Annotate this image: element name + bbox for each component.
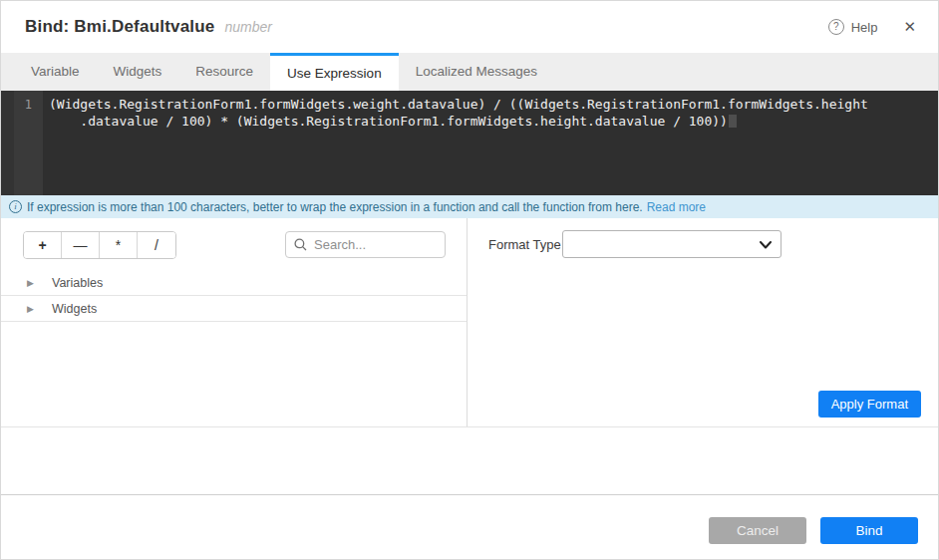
chevron-down-icon bbox=[760, 241, 772, 249]
code-line-2-text: .datavalue / 100) * (Widgets.Registratio… bbox=[49, 114, 728, 129]
tree-item-label: Variables bbox=[52, 276, 103, 290]
binding-tree: ▶ Variables ▶ Widgets bbox=[1, 270, 467, 322]
tree-item-widgets[interactable]: ▶ Widgets bbox=[1, 296, 467, 322]
editor-gutter: 1 bbox=[1, 91, 43, 195]
expression-editor[interactable]: 1 (Widgets.RegistrationForm1.formWidgets… bbox=[1, 91, 938, 195]
operator-multiply-button[interactable]: * bbox=[100, 232, 138, 258]
tab-widgets[interactable]: Widgets bbox=[97, 53, 179, 91]
info-bar: i If expression is more than 100 charact… bbox=[1, 195, 938, 218]
tab-localized-messages[interactable]: Localized Messages bbox=[399, 53, 554, 91]
dialog-title: Bind: Bmi.Defaultvalue bbox=[25, 17, 214, 37]
tab-variable[interactable]: Variable bbox=[14, 53, 97, 91]
help-button[interactable]: ? Help bbox=[828, 19, 878, 35]
operator-button-group: + — * / bbox=[23, 231, 176, 259]
help-label: Help bbox=[851, 20, 878, 35]
info-icon: i bbox=[9, 200, 22, 213]
search-icon bbox=[294, 238, 307, 251]
format-panel: Format Type Apply Format bbox=[469, 218, 938, 426]
read-more-link[interactable]: Read more bbox=[647, 200, 706, 214]
operator-divide-button[interactable]: / bbox=[138, 232, 175, 258]
operator-minus-button[interactable]: — bbox=[62, 232, 100, 258]
bind-dialog: Bind: Bmi.Defaultvalue number ? Help ✕ V… bbox=[0, 0, 939, 560]
main-area: + — * / ▶ Variables ▶ Widgets bbox=[1, 218, 938, 427]
tab-use-expression[interactable]: Use Expression bbox=[270, 53, 399, 91]
format-type-label: Format Type bbox=[488, 231, 561, 259]
info-message: If expression is more than 100 character… bbox=[27, 200, 643, 214]
cancel-button[interactable]: Cancel bbox=[709, 517, 806, 544]
search-box bbox=[285, 231, 446, 258]
dialog-subtitle-type: number bbox=[224, 19, 271, 35]
bind-button[interactable]: Bind bbox=[820, 517, 918, 544]
dialog-header: Bind: Bmi.Defaultvalue number ? Help ✕ bbox=[1, 1, 938, 53]
code-line-2: .datavalue / 100) * (Widgets.Registratio… bbox=[49, 114, 928, 131]
tab-bar: Variable Widgets Resource Use Expression… bbox=[1, 53, 938, 91]
caret-right-icon[interactable]: ▶ bbox=[27, 304, 37, 314]
format-type-select[interactable] bbox=[562, 230, 782, 258]
caret-right-icon[interactable]: ▶ bbox=[27, 278, 37, 288]
expression-builder-panel: + — * / ▶ Variables ▶ Widgets bbox=[1, 218, 468, 426]
code-line-1: (Widgets.RegistrationForm1.formWidgets.w… bbox=[49, 97, 928, 114]
text-cursor bbox=[729, 115, 737, 128]
help-icon: ? bbox=[828, 19, 844, 35]
dialog-footer: Cancel Bind bbox=[1, 495, 938, 559]
tab-resource[interactable]: Resource bbox=[178, 53, 270, 91]
close-icon[interactable]: ✕ bbox=[899, 16, 920, 38]
header-actions: ? Help ✕ bbox=[828, 16, 920, 38]
line-number: 1 bbox=[25, 98, 32, 112]
expression-code[interactable]: (Widgets.RegistrationForm1.formWidgets.w… bbox=[49, 97, 928, 130]
search-input[interactable] bbox=[314, 237, 437, 252]
editor-gutter-corner bbox=[1, 91, 14, 195]
tree-item-variables[interactable]: ▶ Variables bbox=[1, 270, 467, 296]
tree-item-label: Widgets bbox=[52, 302, 97, 316]
operator-plus-button[interactable]: + bbox=[24, 232, 62, 258]
apply-format-button[interactable]: Apply Format bbox=[818, 391, 921, 418]
